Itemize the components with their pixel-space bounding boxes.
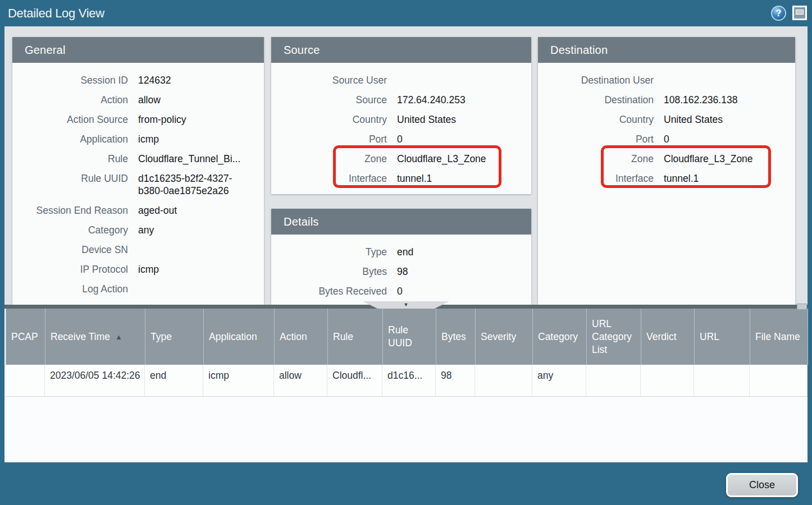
column-label: Action [280,330,307,343]
field-value: from-policy [138,110,256,130]
field-value: any [138,221,256,240]
column-label: URL [700,330,719,343]
field-value: d1c16235-b2f2-4327-b380-0ae1875e2a26 [138,169,256,201]
field-value [664,71,787,90]
column-label: URL Category List [592,318,637,356]
field-label: Port [271,130,387,149]
source-panel: Source Source User Source172.64.240.253 … [271,37,531,194]
field-label: Action Source [12,110,128,130]
window-maximize-icon-inner [796,10,804,15]
field-value: 0 [397,282,523,301]
field-row-generated-time: Generated Time2023/06/05 14:42:26 [12,299,264,305]
general-panel-body: Session ID124632 Actionallow Action Sour… [12,63,264,305]
column-header-rule-uuid[interactable]: Rule UUID [383,309,436,365]
field-row-type: Typeend [271,242,531,262]
field-row-log-action: Log Action [12,279,264,299]
field-row-session-id: Session ID124632 [12,71,264,90]
column-header-application[interactable]: Application [204,309,275,365]
column-header-url-category-list[interactable]: URL Category List [587,309,641,365]
field-row-destination-zone: ZoneCloudflare_L3_Zone [538,149,795,169]
field-value: 2023/06/05 14:42:26 [138,299,256,305]
field-label: Destination User [538,71,654,90]
dialog-title: Detailed Log View [8,6,104,21]
field-row-rule-uuid: Rule UUIDd1c16235-b2f2-4327-b380-0ae1875… [12,169,264,201]
field-value: end [397,242,523,262]
close-button[interactable]: Close [726,473,798,497]
cell-rule-uuid: d1c16... [382,365,436,396]
field-label: Zone [271,149,387,169]
field-value: Cloudflare_L3_Zone [397,149,523,169]
log-table-row[interactable]: 2023/06/05 14:42:26 end icmp allow Cloud… [6,365,808,397]
field-row-source-user: Source User [271,71,531,90]
field-label: Device SN [12,240,128,260]
column-header-url[interactable]: URL [695,309,750,365]
table-scrollbar-corner[interactable] [797,304,807,310]
cell-bytes: 98 [436,365,475,396]
cell-pcap [6,365,45,396]
general-panel-title: General [12,37,264,63]
splitter-collapse-icon: ▼ [404,302,409,307]
column-header-receive-time[interactable]: Receive Time▲ [45,309,145,365]
field-row-source-zone: ZoneCloudflare_L3_Zone [271,149,531,169]
field-value: 0 [664,130,787,149]
field-value: Cloudflare_Tunnel_Bi... [138,149,256,169]
cell-type: end [145,365,203,396]
field-value: tunnel.1 [664,169,787,189]
source-panel-title: Source [271,37,531,63]
destination-panel: Destination Destination User Destination… [538,37,795,305]
column-header-category[interactable]: Category [533,309,587,365]
field-value: 124632 [138,71,256,90]
field-label: Generated Time [12,299,128,305]
column-header-pcap[interactable]: PCAP [6,309,45,365]
column-header-bytes[interactable]: Bytes [436,309,476,365]
cell-category: any [532,365,586,396]
field-value: 98 [397,262,523,282]
field-row-session-end-reason: Session End Reasonaged-out [12,201,264,221]
cell-file-name [750,365,808,396]
field-label: Zone [538,149,654,169]
field-value [397,71,523,90]
panel-table-splitter[interactable]: ▼ [4,305,808,309]
field-label: Country [271,110,387,130]
detail-panels-area: General Session ID124632 Actionallow Act… [4,26,808,305]
splitter-drag-handle[interactable]: ▼ [363,301,449,309]
field-value: 172.64.240.253 [397,90,523,110]
source-panel-body: Source User Source172.64.240.253 Country… [271,63,531,189]
cell-verdict [641,365,694,396]
field-row-bytes: Bytes98 [271,262,531,282]
field-row-bytes-received: Bytes Received0 [271,282,531,301]
field-value: aged-out [138,201,256,221]
field-label: Log Action [12,279,128,299]
column-header-action[interactable]: Action [275,309,328,365]
field-label: Session End Reason [12,201,128,221]
destination-panel-body: Destination User Destination108.162.236.… [538,63,795,189]
column-header-type[interactable]: Type [145,309,204,365]
column-label: Severity [481,330,516,343]
column-label: Bytes [441,330,466,343]
field-label: Category [12,221,128,240]
field-row-destination: Destination108.162.236.138 [538,90,795,110]
field-row-ip-protocol: IP Protocolicmp [12,260,264,279]
column-header-file-name[interactable]: File Name [750,309,808,365]
field-row-action: Actionallow [12,90,264,110]
field-value: United States [397,110,523,130]
help-icon[interactable]: ? [771,6,786,21]
field-row-source: Source172.64.240.253 [271,90,531,110]
window-maximize-icon[interactable] [792,6,807,20]
field-value: tunnel.1 [397,169,523,189]
column-header-severity[interactable]: Severity [476,309,533,365]
field-row-source-interface: Interfacetunnel.1 [271,169,531,189]
field-label: Bytes [271,262,387,282]
cell-action: allow [274,365,327,396]
column-header-verdict[interactable]: Verdict [641,309,695,365]
field-row-source-port: Port0 [271,130,531,149]
log-table-header: PCAP Receive Time▲ Type Application Acti… [6,309,808,365]
cell-application: icmp [203,365,274,396]
field-row-category: Categoryany [12,221,264,240]
column-label: Category [538,330,578,343]
field-row-device-sn: Device SN [12,240,264,260]
column-header-rule[interactable]: Rule [328,309,383,365]
field-label: Interface [271,169,387,189]
column-label: File Name [755,330,800,343]
destination-panel-title: Destination [538,37,795,63]
